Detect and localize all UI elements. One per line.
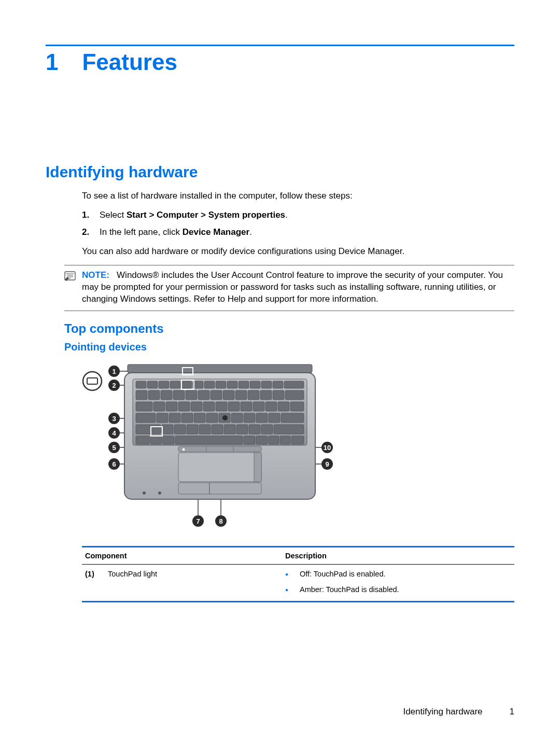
subsubsection-title: Pointing devices: [64, 341, 514, 353]
svg-rect-103: [244, 436, 255, 444]
svg-rect-83: [231, 413, 243, 423]
svg-rect-88: [136, 425, 161, 434]
svg-rect-43: [216, 381, 226, 388]
svg-rect-91: [187, 425, 198, 434]
svg-rect-47: [261, 381, 272, 388]
svg-rect-68: [203, 402, 215, 411]
svg-rect-99: [136, 436, 149, 444]
svg-rect-76: [136, 413, 156, 423]
intro-text: To see a list of hardware installed in t…: [82, 190, 514, 202]
table-row: (1) TouchPad light ●Off: TouchPad is ena…: [82, 565, 514, 601]
note-text: NOTE: Windows® includes the User Account…: [82, 270, 514, 305]
step-1: 1. Select Start > Computer > System prop…: [82, 209, 514, 221]
svg-rect-37: [147, 381, 158, 388]
svg-rect-35: [133, 379, 307, 445]
svg-rect-66: [178, 402, 190, 411]
footer-page: 1: [510, 707, 514, 717]
svg-rect-113: [178, 483, 261, 494]
col-component: Component: [82, 552, 285, 560]
svg-rect-65: [166, 402, 177, 411]
svg-rect-59: [248, 390, 259, 400]
svg-rect-50: [136, 390, 147, 400]
svg-text:8: 8: [219, 517, 222, 525]
svg-rect-89: [162, 425, 173, 434]
svg-rect-38: [159, 381, 169, 388]
svg-rect-58: [235, 390, 247, 400]
row-index: (1): [85, 570, 108, 595]
note-icon: [64, 270, 77, 305]
svg-rect-81: [206, 413, 218, 423]
svg-rect-64: [153, 402, 165, 411]
svg-rect-51: [148, 390, 160, 400]
svg-rect-77: [157, 413, 168, 423]
svg-rect-96: [249, 425, 260, 434]
svg-rect-57: [223, 390, 234, 400]
svg-point-1: [83, 372, 102, 390]
svg-rect-45: [239, 381, 249, 388]
svg-rect-39: [170, 381, 180, 388]
cell-description: ●Off: TouchPad is enabled. ●Amber: Touch…: [285, 570, 514, 595]
svg-text:1: 1: [112, 368, 116, 375]
svg-rect-115: [254, 453, 261, 482]
steps-list: 1. Select Start > Computer > System prop…: [82, 209, 514, 238]
svg-rect-75: [290, 402, 304, 411]
step-text: Select Start > Computer > System propert…: [100, 209, 288, 221]
cell-component: (1) TouchPad light: [82, 570, 285, 595]
laptop-figure: 1 2 3 4 5 6 7 8 9 10: [82, 360, 352, 537]
svg-rect-62: [285, 390, 304, 400]
svg-rect-56: [211, 390, 222, 400]
svg-point-120: [143, 491, 146, 495]
svg-rect-97: [261, 425, 273, 434]
svg-rect-102: [175, 436, 243, 444]
svg-rect-2: [87, 378, 97, 384]
svg-rect-104: [256, 436, 268, 444]
after-steps-text: You can also add hardware or modify devi…: [82, 246, 514, 258]
chapter-number: 1: [46, 49, 58, 75]
svg-point-108: [222, 415, 228, 420]
svg-rect-36: [136, 381, 146, 388]
svg-text:9: 9: [325, 460, 329, 468]
step-2: 2. In the left pane, click Device Manage…: [82, 227, 514, 238]
note-label: NOTE:: [82, 270, 109, 280]
svg-text:3: 3: [112, 415, 116, 423]
svg-rect-74: [278, 402, 289, 411]
svg-rect-78: [169, 413, 180, 423]
step-number: 1.: [82, 209, 100, 221]
svg-point-119: [183, 448, 185, 451]
svg-rect-72: [253, 402, 264, 411]
svg-text:5: 5: [112, 444, 116, 452]
svg-rect-42: [204, 381, 215, 388]
svg-rect-93: [212, 425, 223, 434]
svg-rect-94: [224, 425, 235, 434]
svg-rect-46: [250, 381, 260, 388]
svg-rect-106: [280, 436, 290, 444]
subsection-title: Top components: [64, 321, 514, 336]
table-header: Component Description: [82, 547, 514, 564]
svg-rect-95: [236, 425, 248, 434]
section-title: Identifying hardware: [46, 163, 514, 181]
note-box: NOTE: Windows® includes the User Account…: [64, 265, 514, 311]
svg-rect-70: [228, 402, 240, 411]
top-rule: [46, 45, 514, 46]
svg-rect-105: [269, 436, 279, 444]
svg-rect-79: [181, 413, 193, 423]
svg-rect-86: [269, 413, 280, 423]
svg-rect-33: [128, 364, 312, 373]
component-table: Component Description (1) TouchPad light…: [82, 546, 514, 602]
svg-rect-55: [198, 390, 209, 400]
svg-rect-92: [199, 425, 211, 434]
svg-rect-63: [136, 402, 152, 411]
svg-rect-112: [178, 453, 261, 482]
svg-rect-90: [174, 425, 186, 434]
col-description: Description: [285, 552, 514, 560]
svg-rect-40: [181, 381, 192, 388]
svg-text:7: 7: [196, 517, 200, 525]
svg-rect-85: [256, 413, 268, 423]
svg-rect-80: [194, 413, 205, 423]
svg-rect-60: [260, 390, 272, 400]
svg-rect-67: [191, 402, 202, 411]
chapter-title: Features: [82, 49, 177, 75]
footer-section: Identifying hardware: [403, 707, 482, 717]
svg-text:2: 2: [112, 382, 116, 389]
svg-rect-69: [216, 402, 227, 411]
